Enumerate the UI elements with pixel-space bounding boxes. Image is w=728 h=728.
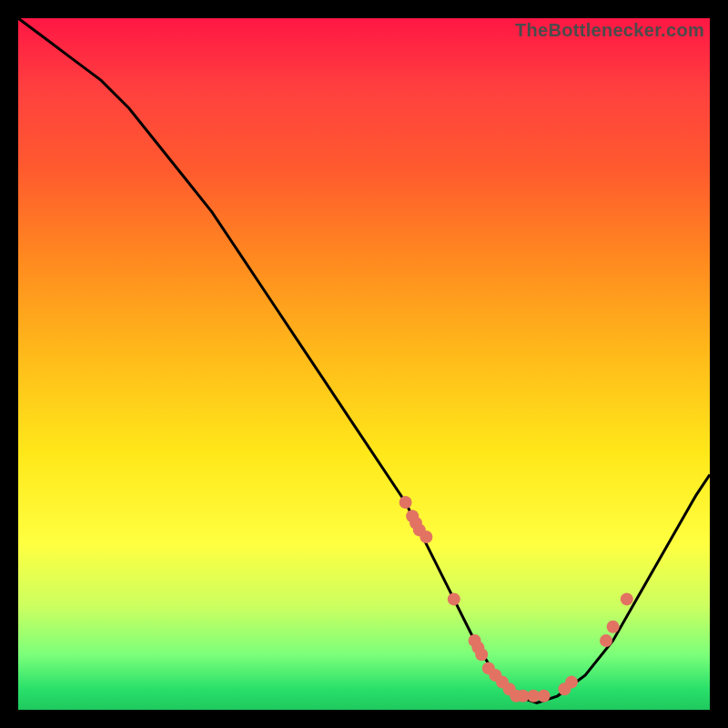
chart-svg: [18, 18, 710, 710]
data-point: [420, 531, 432, 543]
bottleneck-curve: [18, 18, 710, 703]
data-point: [448, 592, 460, 605]
data-point: [600, 634, 612, 647]
data-points: [399, 496, 633, 703]
data-point: [621, 592, 633, 605]
data-point: [475, 648, 488, 661]
data-point: [538, 690, 551, 703]
data-point: [399, 496, 412, 509]
plot-area: TheBottlenecker.com: [18, 18, 710, 710]
data-point: [607, 621, 620, 633]
chart-container: TheBottlenecker.com: [0, 0, 728, 728]
data-point: [565, 676, 578, 689]
